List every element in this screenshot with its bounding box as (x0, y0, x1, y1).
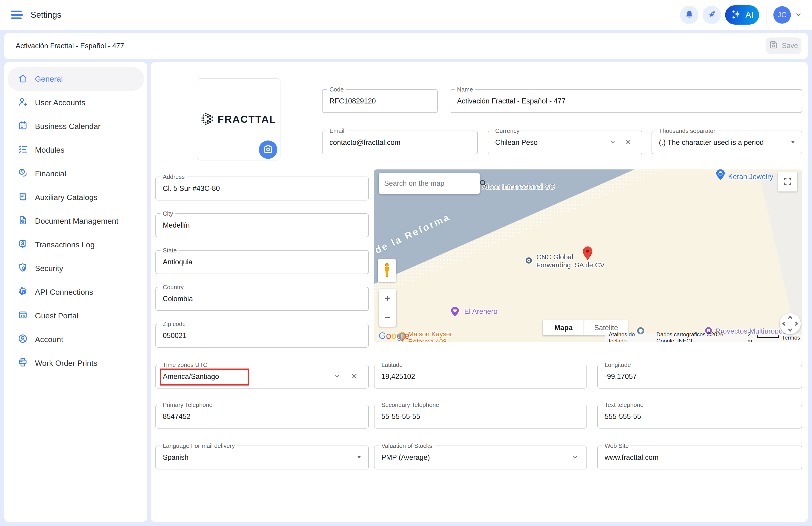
latitude-field[interactable]: Latitude 19,425102 (374, 365, 587, 389)
sidebar-item-label: Document Management (35, 217, 118, 225)
dropdown-arrow-icon[interactable] (356, 454, 362, 461)
save-label: Save (782, 42, 798, 50)
field-value: 8547452 (163, 412, 191, 421)
sidebar-item-transactions-log[interactable]: Transactions Log (4, 233, 147, 257)
chevron-down-icon[interactable] (572, 454, 579, 462)
sidebar-item-work-order-prints[interactable]: Work Order Prints (4, 351, 147, 375)
city-field[interactable]: City Medellín (156, 213, 369, 237)
thousands-separator-select[interactable]: Thousands separator (.) The character us… (652, 131, 802, 154)
code-field[interactable]: Code RFC10829120 (322, 89, 438, 113)
change-logo-button[interactable] (259, 141, 277, 159)
address-field[interactable]: Address Cl. 5 Sur #43C-80 (156, 177, 369, 201)
field-label: Valuation of Stocks (379, 442, 435, 450)
location-marker-icon[interactable] (582, 246, 593, 261)
field-label: Code (327, 86, 346, 93)
fullscreen-button[interactable] (778, 172, 797, 191)
state-field[interactable]: State Antioquia (156, 250, 369, 274)
map-search-box[interactable] (379, 173, 480, 194)
map-search-input[interactable] (384, 179, 476, 188)
google-logo: Google (379, 331, 410, 341)
map-label-maison: Maison Kayser Reforma 408 (408, 330, 452, 342)
longitude-field[interactable]: Longitude -99,17057 (597, 365, 802, 389)
terms-link[interactable]: Termos (782, 335, 800, 341)
sidebar-item-auxiliary-catalogs[interactable]: Auxiliary Catalogs (4, 186, 147, 209)
map-label-arenero[interactable]: El Arenero (464, 307, 497, 316)
sidebar-item-user-accounts[interactable]: User Accounts (4, 91, 147, 115)
email-field[interactable]: Email contacto@fracttal.com (322, 131, 478, 154)
keyboard-shortcuts-link[interactable]: Atalhos do teclado (609, 331, 644, 342)
dropdown-arrow-icon[interactable] (790, 139, 796, 146)
sidebar-item-security[interactable]: Security (4, 257, 147, 280)
avatar[interactable]: JC (773, 6, 791, 24)
settings-screen: Settings AI (0, 0, 812, 526)
sidebar-item-account[interactable]: Account (4, 327, 147, 351)
header-divider (766, 6, 767, 24)
primary-telephone-field[interactable]: Primary Telephone 8547452 (156, 405, 369, 428)
field-value: -99,17057 (605, 372, 637, 381)
field-label: State (160, 247, 179, 254)
field-value: America/Santiago (163, 372, 219, 381)
field-value: 555-555-55 (605, 412, 641, 421)
printer-icon (17, 357, 28, 369)
currency-select[interactable]: Currency Chilean Peso (488, 131, 642, 154)
save-button[interactable]: Save (766, 38, 801, 54)
sidebar-item-label: Auxiliary Catalogs (35, 193, 98, 202)
chevron-down-icon[interactable] (334, 372, 341, 380)
zoom-out-button[interactable] (379, 308, 396, 327)
sidebar-item-guest-portal[interactable]: Guest Portal (4, 304, 147, 327)
map-label-kerah[interactable]: Kerah Jewelry (728, 173, 773, 181)
timezone-select[interactable]: Time zones UTC America/Santiago (156, 365, 369, 389)
sidebar-item-general[interactable]: General (8, 67, 144, 91)
clear-icon[interactable] (350, 372, 358, 381)
page-title: Settings (31, 0, 61, 30)
hamburger-menu-icon[interactable] (11, 11, 23, 19)
field-label: Zip code (160, 320, 188, 327)
sidebar-item-financial[interactable]: $ Financial (4, 162, 147, 186)
sidebar-item-label: General (35, 74, 63, 84)
chevron-down-icon[interactable] (609, 138, 616, 146)
map-pan-control[interactable] (780, 313, 801, 334)
search-icon[interactable] (479, 179, 488, 188)
user-plus-icon (17, 97, 28, 109)
floppy-disk-icon (769, 40, 778, 51)
secondary-telephone-field[interactable]: Secondary Telephone 55-55-55-55 (374, 405, 587, 428)
clear-icon[interactable] (624, 138, 632, 147)
kerah-jewelry-pin-icon[interactable] (715, 170, 726, 182)
whats-new-button[interactable] (702, 6, 721, 24)
document-icon (17, 215, 28, 228)
valuation-select[interactable]: Valuation of Stocks PMP (Average) (374, 445, 587, 469)
map-type-map-button[interactable]: Mapa (543, 320, 584, 335)
settings-sidebar: General User Accounts Business Calendar … (4, 62, 147, 522)
pegman-control[interactable] (378, 259, 396, 282)
field-value: Cl. 5 Sur #43C-80 (163, 185, 220, 193)
field-label: Country (160, 283, 186, 291)
cnc-poi-icon[interactable] (523, 255, 534, 267)
sidebar-item-document-management[interactable]: Document Management (4, 209, 147, 233)
sidebar-item-label: Business Calendar (35, 122, 100, 131)
zoom-in-button[interactable] (379, 289, 396, 308)
sidebar-item-label: Guest Portal (35, 311, 78, 320)
el-arenero-pin-icon[interactable] (450, 306, 460, 319)
sidebar-item-label: User Accounts (35, 98, 85, 107)
field-value: RFC10829120 (330, 97, 376, 105)
sidebar-item-api-connections[interactable]: API Connections (4, 280, 147, 304)
ai-assistant-button[interactable]: AI (725, 5, 759, 25)
website-field[interactable]: Web Site www.fracttal.com (597, 445, 802, 469)
record-title: Activación Fracttal - Español - 477 (16, 33, 124, 59)
avatar-chevron-down-icon[interactable] (795, 11, 802, 19)
name-field[interactable]: Name Activación Fracttal - Español - 477 (450, 89, 802, 113)
zip-code-field[interactable]: Zip code 050021 (156, 324, 369, 348)
field-value: Colombia (163, 295, 193, 303)
field-value: 19,425102 (381, 372, 415, 381)
language-select[interactable]: Language For mail delivery Spanish (156, 445, 369, 469)
country-field[interactable]: Country Colombia (156, 287, 369, 311)
sidebar-item-business-calendar[interactable]: Business Calendar (4, 115, 147, 138)
field-label: Latitude (379, 361, 405, 368)
sidebar-item-modules[interactable]: Modules (4, 138, 147, 162)
text-telephone-field[interactable]: Text telephone 555-555-55 (597, 405, 802, 428)
field-label: Email (327, 127, 347, 134)
bell-icon (684, 10, 694, 20)
notifications-button[interactable] (680, 6, 698, 24)
checklist-icon (17, 144, 28, 156)
location-map[interactable]: de la Reforma Aicon Internacional SC Ker… (374, 170, 802, 342)
